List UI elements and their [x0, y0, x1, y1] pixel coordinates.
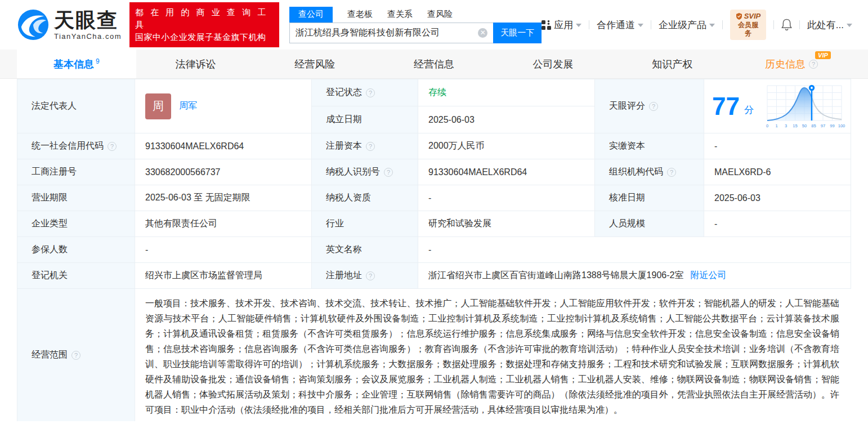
svg-text:15: 15 — [793, 123, 797, 128]
tianyancha-logo-icon — [17, 8, 50, 41]
business-scope-label: 经营范围 ? — [17, 289, 135, 421]
org-code-value: MAELX6RD-6 — [704, 159, 851, 185]
credit-code-label: 统一社会信用代码 ? — [17, 133, 135, 159]
tianyancha-logo[interactable]: 天眼查 TianYanCha.com — [17, 8, 122, 41]
svg-text:99: 99 — [830, 123, 834, 128]
legal-rep-link[interactable]: 周军 — [179, 100, 197, 112]
notification-bell-icon[interactable] — [781, 19, 792, 31]
reg-address-value: 浙江省绍兴市上虞区百官街道峰山南路1388号锦晨大厦1906-2室 附近公司 — [418, 263, 851, 289]
svg-text:3: 3 — [785, 123, 787, 128]
search-tabs: 查公司 查老板 查关系 查风险 — [289, 7, 542, 23]
company-type-label: 企业类型 — [17, 211, 135, 237]
paid-capital-label: 实缴资本 — [595, 133, 704, 159]
svip-shield-icon — [736, 13, 742, 20]
establish-date-label: 成立日期 — [312, 106, 418, 133]
top-nav: 应用 合作通道 企业级产品 SVIP 会员服务 — [542, 10, 852, 40]
question-circle-icon[interactable]: ? — [384, 168, 393, 177]
tab-legal[interactable]: 法律诉讼 — [136, 50, 256, 78]
avatar[interactable]: 周 — [145, 93, 171, 119]
credit-code-value: 91330604MAELX6RD64 — [135, 133, 312, 159]
question-circle-icon[interactable]: ? — [366, 271, 375, 280]
nearby-companies-link[interactable]: 附近公司 — [690, 270, 726, 282]
question-circle-icon[interactable]: ? — [809, 60, 818, 69]
taxpayer-quality-label: 纳税人资质 — [312, 185, 418, 211]
question-circle-icon[interactable]: ? — [667, 168, 676, 177]
question-circle-icon[interactable]: ? — [366, 88, 375, 97]
svg-text:85: 85 — [811, 123, 816, 128]
section-tabbar: 基本信息 9 法律诉讼 经营风险 经营信息 公司发展 知识产权 VIP 历史信息… — [0, 50, 868, 79]
staff-size-value: - — [704, 211, 851, 237]
english-name-value: - — [418, 237, 851, 263]
nav-more[interactable]: 此处有... — [807, 19, 852, 32]
chevron-down-icon — [638, 24, 643, 27]
score-axis-ticks: 0 1 3 15 50 85 97 99 100 — [766, 123, 845, 128]
business-term-value: 2025-06-03 至 无固定期限 — [135, 185, 312, 211]
divider — [773, 20, 774, 29]
tab-company-development[interactable]: 公司发展 — [494, 50, 613, 78]
chevron-down-icon — [847, 24, 852, 27]
business-term-label: 营业期限 — [17, 185, 135, 211]
english-name-label: 英文名称 — [312, 237, 418, 263]
nav-more-label: 此处有... — [807, 19, 844, 32]
legal-rep-label: 法定代表人 — [17, 79, 135, 133]
question-circle-icon[interactable]: ? — [366, 142, 375, 151]
divider — [722, 20, 723, 29]
tab-basic-info[interactable]: 基本信息 9 — [17, 50, 136, 78]
reg-capital-value: 2000万人民币 — [418, 133, 595, 159]
tab-basic-count: 9 — [96, 57, 100, 65]
nav-apps[interactable]: 应用 — [542, 19, 581, 32]
tab-intellectual-property[interactable]: 知识产权 — [612, 50, 732, 78]
clear-search-icon[interactable]: ✕ — [478, 28, 487, 38]
nav-partner-label: 合作通道 — [597, 19, 635, 32]
staff-size-label: 人员规模 — [595, 211, 704, 237]
tab-operation-info[interactable]: 经营信息 — [374, 50, 494, 78]
reg-number-value: 330682000566737 — [135, 159, 312, 185]
svip-sublabel: 会员服务 — [735, 21, 761, 38]
business-scope-value: 一般项目：技术服务、技术开发、技术咨询、技术交流、技术转让、技术推广；人工智能基… — [135, 289, 852, 421]
search-tab-relation[interactable]: 查关系 — [387, 7, 413, 23]
search-tab-company[interactable]: 查公司 — [289, 7, 333, 23]
nav-partner[interactable]: 合作通道 — [597, 19, 643, 32]
taxpayer-id-label: 纳税人识别号 ? — [312, 159, 418, 185]
question-circle-icon[interactable]: ? — [649, 102, 658, 111]
insured-label: 参保人数 — [17, 237, 135, 263]
approval-date-value: 2025-06-03 — [704, 185, 851, 211]
reg-status-label: 登记状态 ? — [312, 79, 418, 106]
paid-capital-value: - — [704, 133, 851, 159]
reg-status-value: 存续 — [418, 79, 595, 106]
score-distribution-chart: 0 1 3 15 50 85 97 99 100 — [762, 81, 847, 132]
question-circle-icon[interactable]: ? — [108, 142, 117, 151]
industry-label: 行业 — [312, 211, 418, 237]
industry-value: 研究和试验发展 — [418, 211, 595, 237]
vip-badge: VIP — [815, 51, 831, 59]
svip-member-badge[interactable]: SVIP 会员服务 — [730, 10, 766, 40]
search-tab-boss[interactable]: 查老板 — [347, 7, 373, 23]
svg-text:100: 100 — [838, 123, 845, 128]
approval-date-label: 核准日期 — [595, 185, 704, 211]
legal-rep-value: 周 周军 — [135, 79, 312, 133]
brand-slogan: 都 在 用 的 商 业 查 询 工 具 国家中小企业发展子基金旗下机构 — [129, 2, 279, 47]
search-tab-risk[interactable]: 查风险 — [427, 7, 453, 23]
divider — [651, 20, 651, 29]
reg-authority-value: 绍兴市上虞区市场监督管理局 — [135, 263, 312, 289]
divider — [589, 20, 589, 29]
reg-address-label: 注册地址 ? — [312, 263, 418, 289]
tab-operation-risk[interactable]: 经营风险 — [255, 50, 374, 78]
svg-text:97: 97 — [821, 123, 825, 128]
divider — [799, 20, 800, 29]
establish-date-value: 2025-06-03 — [418, 106, 595, 133]
svg-text:0: 0 — [766, 123, 768, 128]
question-circle-icon[interactable]: ? — [71, 351, 80, 360]
svg-text:50: 50 — [802, 123, 807, 128]
search-input[interactable] — [289, 23, 493, 43]
search-button[interactable]: 天眼一下 — [493, 23, 542, 43]
header: 天眼查 TianYanCha.com 都 在 用 的 商 业 查 询 工 具 国… — [0, 0, 868, 50]
taxpayer-quality-value: - — [418, 185, 595, 211]
insured-value: - — [135, 237, 312, 263]
chevron-down-icon — [576, 24, 581, 27]
nav-enterprise[interactable]: 企业级产品 — [659, 19, 715, 32]
tab-history-info[interactable]: VIP 历史信息 ? — [732, 50, 851, 78]
taxpayer-id-value: 91330604MAELX6RD64 — [418, 159, 595, 185]
reg-authority-label: 登记机关 — [17, 263, 135, 289]
score-value[interactable]: 77 分 — [704, 79, 851, 133]
